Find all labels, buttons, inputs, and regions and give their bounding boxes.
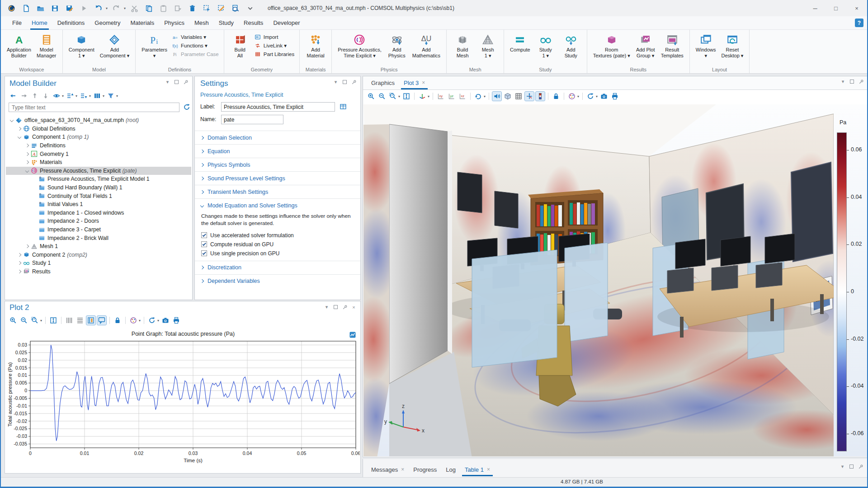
menu-physics[interactable]: Physics	[159, 16, 189, 30]
tree-item-impedance-1-closed-windows[interactable]: Impedance 1 - Closed windows	[6, 209, 191, 217]
snapshot-icon[interactable]	[599, 92, 609, 101]
tree-item-component-2[interactable]: Component 2(comp2)	[6, 251, 191, 259]
checkbox-box[interactable]	[201, 241, 207, 247]
section-header[interactable]: Model Equation and Solver Settings	[195, 199, 360, 212]
help-button[interactable]: ?	[855, 19, 863, 27]
tree-item-initial-values-1[interactable]: DInitial Values 1	[6, 200, 191, 209]
lock-axes-icon[interactable]	[113, 316, 122, 325]
rotate-view-caret-icon[interactable]: ▾	[484, 94, 486, 99]
rename-icon[interactable]	[339, 102, 348, 111]
zoom-in-icon[interactable]	[9, 316, 18, 325]
cut-icon[interactable]	[128, 2, 140, 14]
ribbon-parameter-case-button[interactable]: PiParameter Case	[172, 51, 219, 57]
maximize-button[interactable]: □	[826, 0, 846, 16]
ribbon-build-button[interactable]: Build All	[227, 32, 253, 60]
refresh-plot-caret-icon[interactable]: ▾	[596, 94, 598, 99]
section-header[interactable]: Equation	[195, 145, 360, 158]
checkbox-box[interactable]	[201, 250, 207, 256]
ribbon-variables--button[interactable]: a=Variables ▾	[172, 34, 219, 40]
tab-plot-3[interactable]: Plot 3×	[400, 76, 429, 89]
ribbon-import-button[interactable]: Import	[255, 34, 294, 40]
minimize-button[interactable]: ─	[805, 0, 826, 16]
ribbon-result-button[interactable]: Result Templates	[658, 32, 686, 60]
menu-geometry[interactable]: Geometry	[90, 16, 125, 30]
snapshot-icon[interactable]	[161, 316, 170, 325]
menu-file[interactable]: File	[7, 16, 27, 30]
close-icon[interactable]: ×	[351, 304, 357, 310]
tree-item-geometry-1[interactable]: AGeometry 1	[6, 150, 191, 158]
ribbon-room-button[interactable]: Room Textures (pate) ▾	[590, 32, 633, 60]
paste-icon[interactable]	[157, 2, 169, 14]
copy-icon[interactable]	[143, 2, 155, 14]
tree-item-office-space-63-30t0-n4-ma-out-mph[interactable]: office_space_63_30T0_N4_ma_out.mph(root)	[6, 116, 191, 125]
section-header[interactable]: Discretization	[195, 261, 360, 274]
close-tab-icon[interactable]: ×	[401, 466, 404, 473]
view-yz-icon[interactable]: yz	[447, 92, 456, 101]
ribbon-add-button[interactable]: ΔUAdd Mathematics	[410, 32, 443, 60]
tree-expander[interactable]	[24, 169, 30, 172]
save-icon[interactable]	[49, 2, 61, 14]
duplicate-icon[interactable]	[172, 2, 184, 14]
tree-item-impedance-2-brick-wall[interactable]: Impedance 2 - Brick Wall	[6, 234, 191, 242]
save-as-icon[interactable]	[63, 2, 75, 14]
zoom-extents-icon[interactable]	[402, 92, 411, 101]
tree-expander[interactable]	[24, 153, 30, 155]
y-grid-icon[interactable]	[75, 316, 85, 325]
ribbon-functions--button[interactable]: f(x)Functions ▾	[172, 42, 219, 49]
x-grid-icon[interactable]	[65, 316, 74, 325]
forward-icon[interactable]	[19, 91, 28, 100]
zoom-box-caret-icon[interactable]: ▾	[40, 319, 42, 323]
section-header[interactable]: Physics Symbols	[195, 158, 360, 171]
tree-expander[interactable]	[24, 144, 30, 147]
rotate-view-icon[interactable]	[474, 92, 483, 101]
ribbon-component-button[interactable]: Component 1 ▾	[66, 32, 97, 60]
dropdown-icon[interactable]: ▾	[165, 79, 170, 85]
expand-all-icon[interactable]	[79, 91, 88, 100]
open-file-icon[interactable]	[34, 2, 46, 14]
label-field[interactable]	[221, 102, 335, 112]
zoom-out-icon[interactable]	[377, 92, 387, 101]
ribbon-pressure-acoustics--button[interactable]: Pressure Acoustics, Time Explicit ▾	[335, 32, 384, 60]
show-icon[interactable]	[52, 91, 61, 100]
name-field[interactable]	[221, 115, 283, 124]
orientation-widget-icon[interactable]	[525, 92, 534, 101]
tree-expander[interactable]	[9, 119, 15, 122]
collapse-all-icon[interactable]	[66, 91, 75, 100]
ribbon-part-libraries-button[interactable]: Part Libraries	[255, 51, 294, 57]
checkbox-use-accelerated-solver-formulation[interactable]: Use accelerated solver formulation	[195, 231, 360, 240]
tree-item-mesh-1[interactable]: Mesh 1	[6, 242, 191, 251]
tree-expander[interactable]	[16, 262, 23, 264]
tree-item-sound-hard-boundary-wall-1[interactable]: DSound Hard Boundary (Wall) 1	[6, 183, 191, 192]
tree-item-results[interactable]: Results	[6, 267, 191, 276]
tree-expander[interactable]	[24, 161, 30, 164]
ribbon-livelink--button[interactable]: LiveLink ▾	[255, 42, 294, 49]
pin-icon[interactable]	[858, 79, 864, 84]
tab-log[interactable]: Log	[442, 463, 459, 476]
show-caret-icon[interactable]: ▾	[62, 94, 64, 98]
ribbon-model-button[interactable]: Model Manager	[34, 32, 59, 60]
pin-icon[interactable]	[351, 79, 357, 85]
ribbon-add-button[interactable]: Add Study	[558, 32, 584, 60]
checkbox-compute-residual-on-gpu[interactable]: Compute residual on GPU	[195, 240, 360, 249]
undo-icon[interactable]	[92, 2, 104, 14]
tree-expander[interactable]	[24, 245, 30, 248]
ribbon-add-button[interactable]: Add Material	[303, 32, 328, 60]
refresh-plot-icon[interactable]	[147, 316, 156, 325]
tab-messages[interactable]: Messages×	[368, 463, 408, 476]
dropdown-icon[interactable]: ▾	[333, 79, 339, 85]
zoom-in-icon[interactable]	[367, 92, 376, 101]
filter-icon[interactable]	[106, 91, 115, 100]
dropdown-icon[interactable]: ▾	[840, 464, 845, 469]
checkbox-use-single-precision-on-gpu[interactable]: Use single precision on GPU	[195, 249, 360, 258]
menu-study[interactable]: Study	[214, 16, 239, 30]
refresh-filter-icon[interactable]	[182, 103, 191, 112]
tab-table-1[interactable]: Table 1×	[461, 463, 494, 476]
pin-icon[interactable]	[858, 464, 863, 469]
float-icon[interactable]	[333, 304, 339, 310]
ribbon-add-button[interactable]: Add Component ▾	[97, 32, 132, 60]
toolbar-overflow-icon[interactable]	[244, 2, 256, 14]
ribbon-build-button[interactable]: Build Mesh	[450, 32, 475, 60]
move-down-icon[interactable]	[41, 91, 50, 100]
pin-icon[interactable]	[183, 79, 189, 85]
tree-item-definitions[interactable]: Definitions	[6, 141, 191, 150]
